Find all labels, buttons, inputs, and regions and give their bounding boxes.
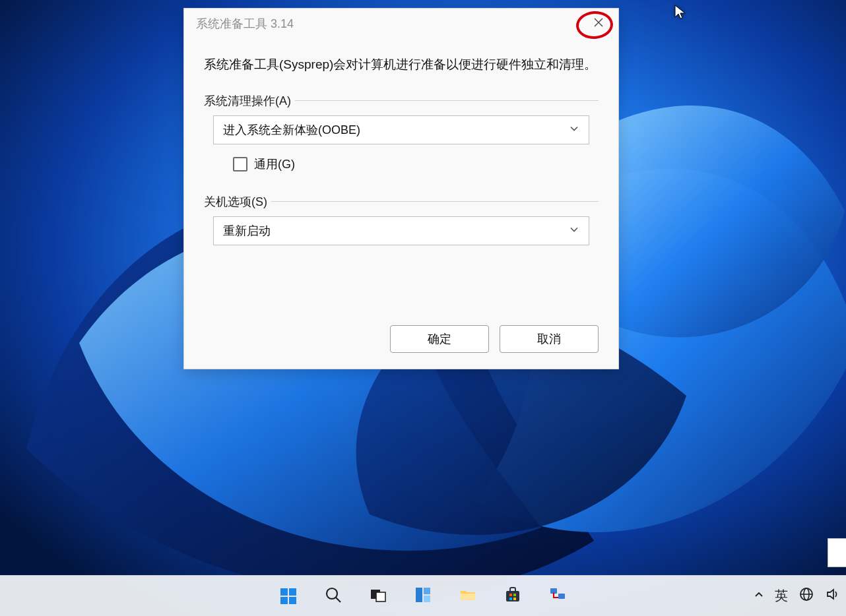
speaker-icon [825,592,841,605]
network-app-button[interactable] [544,583,571,609]
generalize-row: 通用(G) [213,156,589,172]
ime-indicator[interactable]: 英 [775,587,788,605]
shutdown-options-label: 关机选项(S) [204,194,271,210]
shutdown-options-dropdown[interactable]: 重新启动 [213,216,589,245]
network-tray-button[interactable] [798,586,814,605]
svg-rect-4 [289,597,296,604]
edge-panel[interactable] [828,538,846,567]
search-icon [324,586,342,607]
cleanup-action-group: 系统清理操作(A) 进入系统全新体验(OOBE) 通用(G) [204,100,599,184]
shutdown-options-group: 关机选项(S) 重新启动 [204,201,599,257]
chevron-down-icon [569,224,579,238]
svg-rect-9 [416,588,422,602]
dialog-title: 系统准备工具 3.14 [196,16,294,32]
ok-button[interactable]: 确定 [390,325,489,353]
widgets-icon [414,586,432,607]
desktop-wallpaper: 系统准备工具 3.14 系统准备工具(Sysprep)会对计算机进行准备以便进行… [0,0,846,616]
folder-icon [459,586,477,607]
svg-line-6 [336,598,341,602]
cleanup-action-value: 进入系统全新体验(OOBE) [223,122,360,138]
taskbar-center [275,583,571,609]
svg-rect-15 [513,594,516,596]
generalize-label: 通用(G) [254,156,295,172]
chevron-up-icon [754,589,764,602]
svg-rect-3 [280,597,288,604]
svg-rect-17 [513,598,516,600]
svg-rect-16 [509,598,512,600]
close-button[interactable] [579,9,618,39]
sysprep-dialog: 系统准备工具 3.14 系统准备工具(Sysprep)会对计算机进行准备以便进行… [183,8,619,369]
start-button[interactable] [275,583,302,609]
task-view-icon [369,586,387,607]
cleanup-action-dropdown[interactable]: 进入系统全新体验(OOBE) [213,115,589,144]
store-icon [504,586,522,607]
volume-tray-button[interactable] [825,586,841,605]
taskbar: 英 [0,575,846,616]
system-tray: 英 [754,586,841,605]
chevron-down-icon [569,123,579,137]
widgets-button[interactable] [410,583,436,609]
cleanup-action-label: 系统清理操作(A) [204,93,295,109]
close-icon [593,17,604,30]
cancel-button[interactable]: 取消 [500,325,599,353]
svg-point-5 [327,588,337,599]
network-computers-icon [548,586,567,607]
shutdown-options-value: 重新启动 [223,223,271,239]
globe-icon [798,592,814,605]
svg-rect-1 [280,588,288,596]
svg-rect-13 [506,591,519,601]
generalize-checkbox[interactable] [233,157,247,171]
svg-rect-10 [424,588,430,594]
search-button[interactable] [320,583,346,609]
svg-rect-14 [509,594,512,596]
svg-rect-19 [558,594,565,599]
microsoft-store-button[interactable] [500,583,526,609]
dialog-description: 系统准备工具(Sysprep)会对计算机进行准备以便进行硬件独立和清理。 [204,55,599,74]
file-explorer-button[interactable] [455,583,481,609]
task-view-button[interactable] [365,583,391,609]
svg-point-20 [553,592,555,594]
svg-rect-11 [424,596,430,602]
svg-rect-8 [376,592,385,601]
dialog-titlebar[interactable]: 系统准备工具 3.14 [184,9,618,39]
svg-rect-2 [289,588,296,596]
tray-overflow-button[interactable] [754,589,764,603]
svg-rect-12 [461,594,475,600]
